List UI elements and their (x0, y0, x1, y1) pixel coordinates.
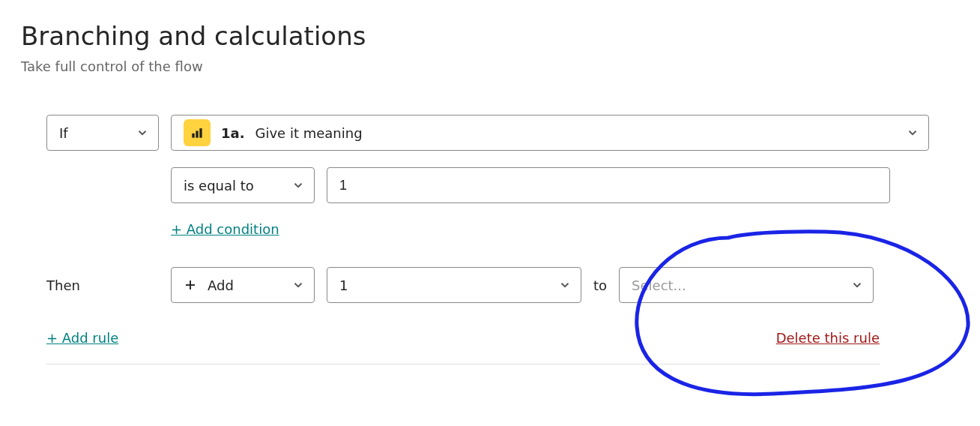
svg-rect-1 (196, 131, 198, 138)
delete-rule-link[interactable]: Delete this rule (776, 330, 880, 346)
page-title: Branching and calculations (21, 21, 959, 51)
destination-selector[interactable]: Select... (619, 267, 874, 303)
plus-icon (184, 278, 197, 292)
chevron-down-icon (558, 278, 572, 292)
action-value-selector[interactable]: 1 (327, 267, 581, 303)
comparator-label: is equal to (184, 178, 254, 194)
action-label: Add (208, 278, 234, 293)
chevron-down-icon (850, 278, 864, 292)
then-label: Then (46, 278, 159, 293)
svg-rect-0 (192, 134, 194, 138)
compare-value-input[interactable] (327, 167, 890, 203)
action-selector[interactable]: Add (171, 267, 315, 303)
poll-icon (184, 119, 211, 146)
chevron-down-icon (906, 126, 919, 140)
chevron-down-icon (136, 126, 149, 140)
page-subtitle: Take full control of the flow (21, 58, 959, 74)
question-text: Give it meaning (255, 125, 895, 141)
action-value-label: 1 (339, 278, 348, 293)
add-rule-link[interactable]: + Add rule (46, 330, 118, 346)
add-condition-link[interactable]: + Add condition (171, 221, 279, 237)
if-selector[interactable]: If (46, 115, 159, 151)
question-number: 1a. (221, 125, 245, 141)
chevron-down-icon (291, 178, 305, 192)
svg-rect-2 (199, 128, 202, 138)
chevron-down-icon (291, 278, 305, 292)
destination-placeholder: Select... (632, 278, 686, 293)
if-selector-label: If (59, 125, 68, 141)
to-label: to (593, 278, 607, 293)
comparator-selector[interactable]: is equal to (171, 167, 315, 203)
question-selector[interactable]: 1a. Give it meaning (171, 115, 929, 151)
